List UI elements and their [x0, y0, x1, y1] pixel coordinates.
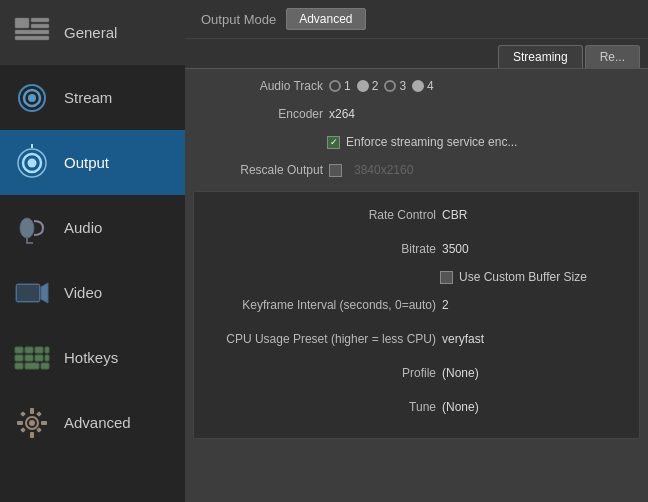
bitrate-row: Bitrate 3500	[206, 236, 627, 262]
radio-1[interactable]: 1	[329, 79, 351, 93]
rate-control-row: Rate Control CBR	[206, 202, 627, 228]
svg-point-28	[29, 420, 35, 426]
svg-point-12	[20, 218, 34, 238]
svg-rect-22	[35, 355, 43, 361]
tab-recording[interactable]: Re...	[585, 45, 640, 68]
svg-rect-25	[25, 363, 39, 369]
general-icon	[12, 13, 52, 53]
cpu-row: CPU Usage Preset (higher = less CPU) ver…	[206, 326, 627, 352]
stream-icon	[12, 78, 52, 118]
encoder-row: Encoder x264	[193, 101, 640, 127]
radio-label-2: 2	[372, 79, 379, 93]
audio-track-row: Audio Track 1 2 3	[193, 79, 640, 93]
svg-rect-29	[30, 408, 34, 414]
radio-circle-1	[329, 80, 341, 92]
profile-row: Profile (None)	[206, 360, 627, 386]
svg-rect-23	[45, 355, 49, 361]
svg-rect-0	[15, 18, 29, 28]
profile-value: (None)	[442, 366, 479, 380]
encoder-value: x264	[329, 107, 355, 121]
svg-point-7	[28, 94, 36, 102]
sidebar-output-label: Output	[64, 154, 109, 171]
custom-buffer-checkbox[interactable]	[440, 271, 453, 284]
radio-2[interactable]: 2	[357, 79, 379, 93]
enforce-label: Enforce streaming service enc...	[346, 135, 517, 149]
svg-rect-35	[20, 427, 26, 433]
svg-rect-33	[20, 411, 26, 417]
sidebar-audio-label: Audio	[64, 219, 102, 236]
svg-rect-30	[30, 432, 34, 438]
svg-rect-19	[45, 347, 49, 353]
radio-label-3: 3	[399, 79, 406, 93]
keyframe-label: Keyframe Interval (seconds, 0=auto)	[206, 298, 436, 312]
enforce-checkbox[interactable]	[327, 136, 340, 149]
sidebar-item-hotkeys[interactable]: Hotkeys	[0, 325, 185, 390]
hotkeys-icon	[12, 338, 52, 378]
tab-content: Audio Track 1 2 3	[185, 68, 648, 502]
svg-rect-16	[15, 347, 23, 353]
cpu-value: veryfast	[442, 332, 484, 346]
audio-icon	[12, 208, 52, 248]
sidebar-hotkeys-label: Hotkeys	[64, 349, 118, 366]
output-mode-advanced-button[interactable]: Advanced	[286, 8, 365, 30]
svg-rect-20	[15, 355, 23, 361]
sidebar-item-video[interactable]: Video	[0, 260, 185, 325]
svg-rect-32	[41, 421, 47, 425]
svg-rect-36	[36, 427, 42, 433]
svg-rect-26	[41, 363, 49, 369]
encoder-label: Encoder	[193, 107, 323, 121]
output-icon	[12, 143, 52, 183]
video-icon	[12, 273, 52, 313]
custom-buffer-label: Use Custom Buffer Size	[459, 270, 587, 284]
svg-rect-24	[15, 363, 23, 369]
sidebar-item-advanced[interactable]: Advanced	[0, 390, 185, 455]
radio-circle-4	[412, 80, 424, 92]
svg-rect-4	[15, 36, 49, 40]
tune-value: (None)	[442, 400, 479, 414]
svg-rect-34	[36, 411, 42, 417]
custom-buffer-row: Use Custom Buffer Size	[440, 270, 627, 284]
svg-rect-31	[17, 421, 23, 425]
radio-4[interactable]: 4	[412, 79, 434, 93]
sidebar-item-audio[interactable]: Audio	[0, 195, 185, 260]
sidebar-item-stream[interactable]: Stream	[0, 65, 185, 130]
bitrate-value: 3500	[442, 242, 469, 256]
cpu-label: CPU Usage Preset (higher = less CPU)	[206, 332, 436, 346]
tab-streaming[interactable]: Streaming	[498, 45, 583, 68]
rate-control-label: Rate Control	[206, 208, 436, 222]
radio-circle-3	[384, 80, 396, 92]
tune-row: Tune (None)	[206, 394, 627, 420]
svg-rect-3	[15, 30, 49, 34]
svg-point-10	[28, 158, 37, 167]
radio-label-1: 1	[344, 79, 351, 93]
profile-label: Profile	[206, 366, 436, 380]
sidebar: General Stream Output	[0, 0, 185, 502]
output-mode-label: Output Mode	[201, 12, 276, 27]
svg-rect-21	[25, 355, 33, 361]
rescale-checkbox[interactable]	[329, 164, 342, 177]
audio-track-group: 1 2 3 4	[329, 79, 434, 93]
radio-3[interactable]: 3	[384, 79, 406, 93]
svg-rect-1	[31, 18, 49, 22]
sidebar-item-general[interactable]: General	[0, 0, 185, 65]
bitrate-label: Bitrate	[206, 242, 436, 256]
enforce-row: Enforce streaming service enc...	[327, 135, 640, 149]
rescale-row: Rescale Output 3840x2160	[193, 157, 640, 183]
svg-marker-15	[41, 283, 48, 303]
tabs-row: Streaming Re...	[185, 39, 648, 68]
radio-circle-2	[357, 80, 369, 92]
sidebar-stream-label: Stream	[64, 89, 112, 106]
svg-rect-17	[25, 347, 33, 353]
rescale-label: Rescale Output	[193, 163, 323, 177]
radio-label-4: 4	[427, 79, 434, 93]
sidebar-item-output[interactable]: Output	[0, 130, 185, 195]
keyframe-value: 2	[442, 298, 449, 312]
main-content: Output Mode Advanced Streaming Re... Aud…	[185, 0, 648, 502]
svg-rect-14	[17, 285, 39, 301]
audio-track-label: Audio Track	[193, 79, 323, 93]
svg-rect-18	[35, 347, 43, 353]
rate-section: Rate Control CBR Bitrate 3500 Use Custom…	[193, 191, 640, 439]
sidebar-advanced-label: Advanced	[64, 414, 131, 431]
rescale-value: 3840x2160	[354, 163, 413, 177]
svg-rect-2	[31, 24, 49, 28]
